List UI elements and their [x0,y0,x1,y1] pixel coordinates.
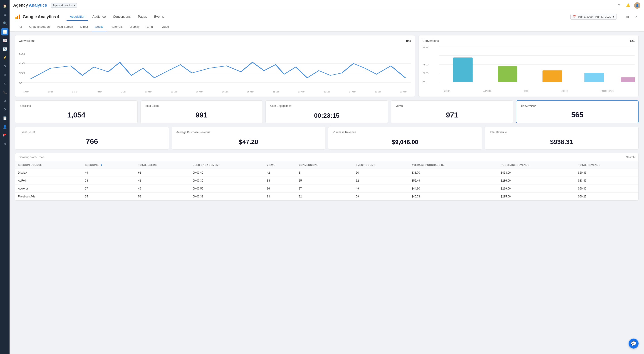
sidebar-settings2-icon[interactable]: ⚙ [1,97,8,105]
sub-nav-all[interactable]: All [15,23,26,31]
grid-view-icon[interactable]: ⊞ [624,14,630,20]
col-user-engagement[interactable]: USER ENGAGEMENT [190,161,264,169]
page-header: Google Analytics 4 Acquisition Audience … [10,11,644,32]
sidebar-settings3-icon[interactable]: ⚙ [1,140,8,148]
total-revenue-value: $938.31 [490,138,634,146]
total-revenue-label: Total Revenue [490,131,634,134]
bar-label-adwords: Adwords [483,90,491,92]
x-label-7mar: 7 Mar [96,91,102,93]
table-cell: $50.27 [576,193,638,201]
tab-audience[interactable]: Audience [89,13,109,21]
tab-pages[interactable]: Pages [135,13,150,21]
notification-icon[interactable]: 🔔 [625,2,631,9]
sub-nav-paid[interactable]: Paid Search [53,23,77,31]
dashboard: Conversions 848 0 20 [10,32,644,204]
bar-label-bing: Bing [524,90,528,92]
svg-rect-0 [16,17,16,19]
metric-total-users: Total Users 991 [140,100,263,123]
ga-icon [15,14,20,20]
metric-avg-purchase: Average Purchase Revenue $47.20 [172,127,326,150]
metrics-row-2: Event Count 766 Average Purchase Revenue… [15,127,638,150]
sidebar-bar-icon[interactable]: 📉 [1,46,8,53]
sub-nav-social[interactable]: Social [92,23,107,31]
page-title-area: Google Analytics 4 [15,14,59,20]
svg-text:20: 20 [19,72,25,75]
sidebar-analytics-icon[interactable]: 📊 [1,28,8,36]
svg-rect-23 [584,73,604,82]
bar-label-facebook: Facebook Ads [601,90,614,92]
table-cell: 3 [296,169,353,177]
col-event-count[interactable]: EVENT COUNT [353,161,409,169]
sub-nav-email[interactable]: Email [143,23,158,31]
table-cell: $50.86 [576,169,638,177]
date-range-arrow: ▾ [613,15,614,19]
nav-tabs: Acquisition Audience Conversions Pages E… [66,13,167,21]
bar-chart-header: Conversions 121 [422,39,635,43]
tab-acquisition[interactable]: Acquisition [66,13,88,21]
col-conversions[interactable]: CONVERSIONS [296,161,353,169]
metric-views: Views 971 [391,100,514,123]
views-label: Views [396,104,509,108]
table-row: Facebook Ads255900:00:31132259$45.78$285… [15,193,638,201]
tab-conversions[interactable]: Conversions [110,13,134,21]
table-cell: $52.49 [409,177,498,185]
col-sessions[interactable]: SESSIONS ▼ [82,161,135,169]
col-avg-purchase[interactable]: AVERAGE PURCHASE R... [409,161,498,169]
x-label-5mar: 5 Mar [72,91,78,93]
sub-nav-referrals[interactable]: Referrals [107,23,126,31]
share-icon[interactable]: ↗ [632,14,638,20]
col-total-revenue[interactable]: TOTAL REVENUE [576,161,638,169]
sidebar-search-icon[interactable]: 🔍 [1,20,8,27]
sub-nav-display[interactable]: Display [126,23,143,31]
sidebar-file-icon[interactable]: 📄 [1,115,8,122]
logo-tag[interactable]: AgencyAnalytics ▾ [51,3,77,8]
sidebar-user-icon[interactable]: 👤 [1,123,8,130]
sidebar-lightning-icon[interactable]: ⚡ [1,54,8,61]
bar-chart-x-labels: Display Adwords Bing AdRoll Facebook Ads [422,90,635,92]
top-nav: AgencyAnalytics AgencyAnalytics ▾ ? 🔔 👤 [10,0,644,11]
total-users-value: 991 [145,111,258,119]
sub-nav-video[interactable]: Video [158,23,172,31]
col-views[interactable]: VIEWS [264,161,296,169]
table-cell: 12 [353,177,409,185]
date-range-picker[interactable]: 📅 Mar 1, 2020 - Mar 31, 2020 ▾ [570,14,617,20]
purchase-revenue-label: Purchase Revenue [333,131,477,134]
table-row-count: Showing 5 of 5 Rows [19,156,44,159]
sidebar-g-icon[interactable]: G [1,63,8,70]
table-cell: $286.00 [498,177,575,185]
svg-rect-21 [498,66,517,82]
user-avatar[interactable]: 👤 [634,2,640,9]
table-cell: $45.78 [409,193,498,201]
sub-nav-organic[interactable]: Organic Search [26,23,53,31]
x-label-25mar: 25 Mar [324,91,330,93]
table-header-row: SESSION SOURCE SESSIONS ▼ TOTAL USERS US… [15,161,638,169]
table-cell: 49 [82,169,135,177]
sidebar-flag-icon[interactable]: 🚩 [1,132,8,139]
bar-chart-container: 0 20 40 60 [422,44,635,90]
sidebar-target-icon[interactable]: ◎ [1,80,8,87]
help-icon[interactable]: ? [616,2,622,9]
col-session-source[interactable]: SESSION SOURCE [15,161,82,169]
sidebar-grid-icon[interactable]: ⊞ [1,11,8,18]
sub-nav-direct[interactable]: Direct [77,23,92,31]
sidebar-layers-icon[interactable]: ⧉ [1,71,8,79]
line-chart-container: 0 20 40 60 [19,44,411,90]
sidebar-chart-icon[interactable]: 📈 [1,37,8,44]
col-total-users[interactable]: TOTAL USERS [135,161,190,169]
avg-purchase-label: Average Purchase Revenue [176,131,321,134]
col-purchase-revenue[interactable]: PURCHASE REVENUE [498,161,575,169]
table-cell: 00:00:59 [190,185,264,193]
tab-events[interactable]: Events [151,13,167,21]
top-nav-right: ? 🔔 👤 [616,2,640,9]
table-search-label[interactable]: Search [626,156,635,159]
sidebar-g2-icon[interactable]: G [1,106,8,113]
table-cell: 61 [135,169,190,177]
x-label-17mar: 17 Mar [222,91,228,93]
sidebar-phone-icon[interactable]: 📞 [1,89,8,96]
content: Google Analytics 4 Acquisition Audience … [10,11,644,354]
line-chart-header: Conversions 848 [19,39,411,43]
chat-bubble[interactable]: 💬 [628,338,638,348]
sidebar-home-icon[interactable]: 🏠 [1,2,8,10]
table-cell: $285.00 [498,193,575,201]
table-cell: 34 [264,177,296,185]
